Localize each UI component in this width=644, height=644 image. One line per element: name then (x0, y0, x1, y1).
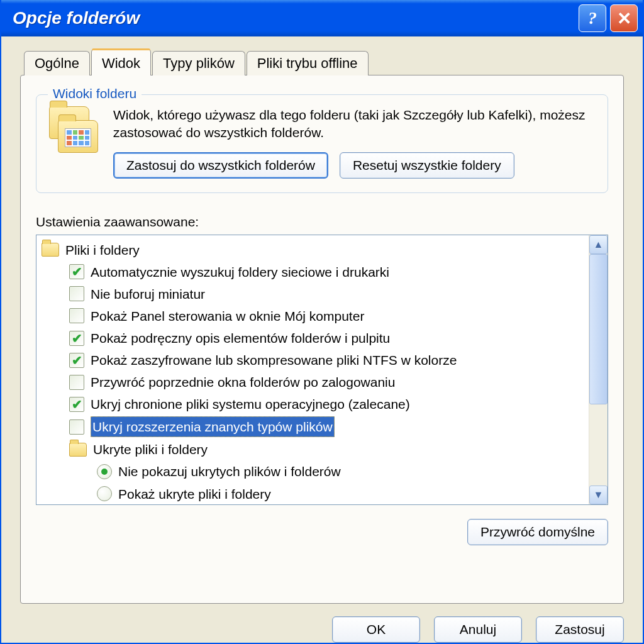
folder-icon (69, 443, 87, 457)
checkbox[interactable] (69, 308, 84, 323)
radio[interactable] (97, 486, 112, 501)
restore-defaults-button[interactable]: Przywróć domyślne (467, 519, 608, 545)
setting-show-ntfs-color[interactable]: Pokaż zaszyfrowane lub skompresowane pli… (42, 349, 586, 371)
scrollbar-vertical[interactable]: ▲ ▼ (589, 235, 608, 504)
treeview-content[interactable]: Pliki i foldery Automatycznie wyszukuj f… (36, 235, 589, 504)
advanced-settings-tree: Pliki i foldery Automatycznie wyszukuj f… (36, 235, 608, 505)
category-hidden-files-folders: Ukryte pliki i foldery (42, 438, 586, 460)
advanced-settings-label: Ustawienia zaawansowane: (36, 214, 608, 230)
radio[interactable] (97, 464, 112, 479)
checkbox[interactable] (69, 286, 84, 301)
folder-views-title: Widoki folderu (48, 86, 142, 101)
radio-show-hidden[interactable]: Pokaż ukryte pliki i foldery (42, 483, 586, 504)
folder-views-icon (49, 106, 98, 155)
window-title: Opcje folderów (13, 8, 575, 28)
scroll-up-button[interactable]: ▲ (589, 235, 608, 254)
apply-to-all-folders-button[interactable]: Zastosuj do wszystkich folderów (113, 152, 328, 179)
setting-show-popup-descriptions[interactable]: Pokaż podręczny opis elementów folderów … (42, 327, 586, 349)
client-area: Ogólne Widok Typy plików Pliki trybu off… (1, 36, 643, 610)
radio-do-not-show-hidden[interactable]: Nie pokazuj ukrytych plików i folderów (42, 460, 586, 482)
checkbox[interactable] (69, 264, 84, 279)
tab-strip: Ogólne Widok Typy plików Pliki trybu off… (24, 50, 624, 75)
checkbox[interactable] (69, 397, 84, 412)
scroll-track[interactable] (589, 254, 608, 486)
tab-offline[interactable]: Pliki trybu offline (247, 51, 369, 75)
close-button[interactable]: ✕ (610, 4, 638, 32)
folder-icon (42, 243, 59, 257)
ok-button[interactable]: OK (332, 616, 420, 643)
dialog-buttons: OK Anuluj Zastosuj (1, 610, 643, 643)
apply-button[interactable]: Zastosuj (536, 616, 624, 643)
setting-show-control-panel[interactable]: Pokaż Panel sterowania w oknie Mój kompu… (42, 305, 586, 327)
tab-filetypes[interactable]: Typy plików (152, 51, 245, 75)
checkbox[interactable] (69, 353, 84, 368)
scroll-down-button[interactable]: ▼ (589, 486, 608, 504)
checkbox[interactable] (69, 375, 84, 390)
setting-no-cache-thumbnails[interactable]: Nie buforuj miniatur (42, 283, 586, 305)
reset-all-folders-button[interactable]: Resetuj wszystkie foldery (340, 152, 514, 179)
tab-view[interactable]: Widok (91, 48, 151, 75)
chevron-up-icon: ▲ (594, 239, 604, 250)
folder-options-dialog: Opcje folderów ? ✕ Ogólne Widok Typy pli… (0, 0, 644, 644)
setting-auto-search-network[interactable]: Automatycznie wyszukuj foldery sieciowe … (42, 261, 586, 283)
setting-restore-folder-windows[interactable]: Przywróć poprzednie okna folderów po zal… (42, 371, 586, 393)
checkbox[interactable] (69, 419, 84, 435)
chevron-down-icon: ▼ (594, 489, 604, 501)
titlebar: Opcje folderów ? ✕ (1, 0, 643, 36)
tab-general[interactable]: Ogólne (24, 51, 90, 75)
tab-panel-view: Widoki folderu Widok, którego używasz dl… (20, 75, 624, 604)
close-icon: ✕ (617, 8, 631, 29)
cancel-button[interactable]: Anuluj (434, 616, 522, 643)
checkbox[interactable] (69, 331, 84, 346)
folder-views-description: Widok, którego używasz dla tego folderu … (113, 106, 595, 179)
help-button[interactable]: ? (579, 4, 606, 32)
category-files-and-folders: Pliki i foldery (42, 239, 586, 261)
scroll-thumb[interactable] (589, 254, 608, 404)
folder-views-group: Widoki folderu Widok, którego używasz dl… (36, 94, 608, 193)
setting-hide-protected-os-files[interactable]: Ukryj chronione pliki systemu operacyjne… (42, 393, 586, 415)
setting-hide-known-extensions[interactable]: Ukryj rozszerzenia znanych typów plików (42, 415, 586, 438)
